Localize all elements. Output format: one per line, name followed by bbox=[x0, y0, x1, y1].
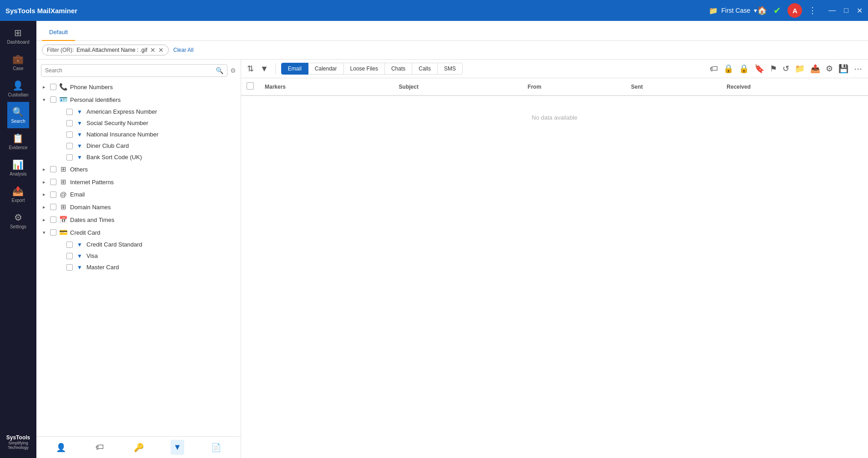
checkbox-personal-identifiers[interactable] bbox=[50, 96, 56, 103]
tree-item-american-express[interactable]: ▼ American Express Number bbox=[36, 106, 241, 117]
tag2-icon[interactable]: 🏷 bbox=[708, 63, 719, 75]
checkbox-cc-standard[interactable] bbox=[66, 242, 73, 248]
rt-filter-icon[interactable]: ▼ bbox=[259, 63, 270, 75]
tree-item-internet-patterns[interactable]: ▸ ⊞ Internet Patterns bbox=[36, 176, 241, 188]
minimize-button[interactable]: — bbox=[828, 6, 836, 15]
filter-chip: Filter (OR): Email.Attachment Name : .gi… bbox=[42, 45, 169, 55]
chip-close2-icon[interactable]: ✕ bbox=[158, 46, 164, 54]
view-tab-loose-files-tab[interactable]: Loose Files bbox=[344, 63, 385, 75]
tree-item-social-security[interactable]: ▼ Social Security Number bbox=[36, 117, 241, 129]
hierarchy-icon[interactable]: ⇅ bbox=[246, 62, 255, 75]
chip-close-icon[interactable]: ✕ bbox=[150, 46, 156, 54]
tree-item-dates-times[interactable]: ▸ 📅 Dates and Times bbox=[36, 213, 241, 226]
filter-icon-bank-sort: ▼ bbox=[76, 154, 84, 161]
tree-item-credit-card[interactable]: ▾ 💳 Credit Card bbox=[36, 226, 241, 239]
sidebar-item-custodian[interactable]: 👤Custodian bbox=[7, 75, 30, 102]
export-icon: 📤 bbox=[12, 186, 24, 196]
label-phone-numbers: Phone Numbers bbox=[70, 84, 236, 91]
tree-item-master-card[interactable]: ▼ Master Card bbox=[36, 262, 241, 273]
checkbox-social-security[interactable] bbox=[66, 120, 73, 126]
sidebar-item-analysis[interactable]: 📊Analysis bbox=[7, 155, 30, 181]
filter-icon-cc-standard: ▼ bbox=[76, 242, 84, 248]
tree-item-personal-identifiers[interactable]: ▾ 🪪 Personal Identifiers bbox=[36, 93, 241, 106]
sidebar-item-case[interactable]: 💼Case bbox=[7, 49, 30, 75]
tree-item-diner-club[interactable]: ▼ Diner Club Card bbox=[36, 140, 241, 151]
filter-active-icon[interactable]: ▼ bbox=[171, 440, 184, 455]
sidebar-item-export[interactable]: 📤Export bbox=[7, 181, 30, 207]
tree-arrow-internet-patterns: ▸ bbox=[41, 179, 47, 185]
tab-default[interactable]: Default bbox=[42, 24, 75, 41]
lock1-icon[interactable]: 🔒 bbox=[722, 62, 735, 75]
label-email: Email bbox=[70, 191, 236, 198]
sidebar-label-search: Search bbox=[11, 119, 25, 124]
flag-icon[interactable]: ⚑ bbox=[768, 62, 778, 75]
tag-icon[interactable]: 🏷 bbox=[93, 440, 106, 455]
view-tab-email-tab[interactable]: Email bbox=[281, 63, 308, 75]
checkbox-domain-names[interactable] bbox=[50, 204, 56, 210]
sidebar-item-search[interactable]: 🔍Search bbox=[7, 102, 30, 128]
more-icon[interactable]: ⋯ bbox=[853, 62, 863, 75]
case-name: First Case bbox=[722, 7, 751, 14]
filter-icon-master-card: ▼ bbox=[76, 264, 84, 271]
sidebar-item-settings[interactable]: ⚙Settings bbox=[7, 207, 30, 234]
checkbox-diner-club[interactable] bbox=[66, 143, 73, 149]
tree-item-domain-names[interactable]: ▸ ⊞ Domain Names bbox=[36, 201, 241, 213]
lock2-icon[interactable]: 🔒 bbox=[737, 62, 750, 75]
checkbox-american-express[interactable] bbox=[66, 109, 73, 115]
checkbox-visa[interactable] bbox=[66, 253, 73, 259]
checkbox-others[interactable] bbox=[50, 166, 56, 172]
checkbox-dates-times[interactable] bbox=[50, 216, 56, 223]
tree-item-bank-sort[interactable]: ▼ Bank Sort Code (UK) bbox=[36, 151, 241, 163]
view-tab-calls-tab[interactable]: Calls bbox=[412, 63, 438, 75]
checkbox-national-insurance[interactable] bbox=[66, 131, 73, 138]
label-others: Others bbox=[70, 166, 236, 173]
bookmark-icon[interactable]: 🔖 bbox=[753, 62, 766, 75]
maximize-button[interactable]: □ bbox=[844, 6, 848, 15]
settings2-icon[interactable]: ⚙ bbox=[824, 62, 834, 75]
tree-item-cc-standard[interactable]: ▼ Credit Card Standard bbox=[36, 239, 241, 250]
dropdown-arrow[interactable]: ▾ bbox=[754, 7, 757, 14]
tree-item-visa[interactable]: ▼ Visa bbox=[36, 250, 241, 262]
left-panel: 🔍 ⚙ ▸ 📞 Phone Numbers ▾ 🪪 Personal Ident… bbox=[36, 60, 241, 458]
checkbox-email[interactable] bbox=[50, 191, 56, 198]
doc-icon[interactable]: 📄 bbox=[208, 440, 224, 455]
checkbox-phone-numbers[interactable] bbox=[50, 84, 56, 90]
checkbox-credit-card[interactable] bbox=[50, 229, 56, 236]
search-input[interactable] bbox=[45, 67, 216, 74]
icon-phone-numbers: 📞 bbox=[59, 83, 67, 91]
dashboard-icon: ⊞ bbox=[14, 27, 22, 38]
view-tab-chats-tab[interactable]: Chats bbox=[385, 63, 412, 75]
checkbox-master-card[interactable] bbox=[66, 264, 73, 271]
tree-item-email[interactable]: ▸ @ Email bbox=[36, 188, 241, 201]
export2-icon[interactable]: 📤 bbox=[809, 62, 822, 75]
clear-all-button[interactable]: Clear All bbox=[173, 47, 194, 53]
home-icon[interactable]: 🏠 bbox=[757, 5, 767, 15]
tree-item-phone-numbers[interactable]: ▸ 📞 Phone Numbers bbox=[36, 81, 241, 93]
key-icon[interactable]: 🔑 bbox=[131, 440, 146, 455]
refresh-icon[interactable]: ↺ bbox=[781, 62, 791, 75]
tree-arrow-email: ▸ bbox=[41, 191, 47, 197]
close-button[interactable]: ✕ bbox=[857, 6, 863, 15]
tree-item-others[interactable]: ▸ ⊞ Others bbox=[36, 163, 241, 176]
sidebar-label-custodian: Custodian bbox=[8, 92, 28, 97]
case-icon: 💼 bbox=[12, 54, 24, 65]
sidebar-item-dashboard[interactable]: ⊞Dashboard bbox=[7, 23, 30, 49]
save-icon[interactable]: 💾 bbox=[837, 62, 850, 75]
kebab-menu-icon[interactable]: ⋮ bbox=[808, 5, 817, 15]
header-checkbox[interactable] bbox=[247, 82, 254, 90]
search-icon[interactable]: 🔍 bbox=[216, 67, 223, 74]
person-icon[interactable]: 👤 bbox=[53, 440, 69, 455]
search-settings-icon[interactable]: ⚙ bbox=[230, 67, 236, 74]
icon-dates-times: 📅 bbox=[59, 216, 67, 224]
right-toolbar: ⇅ ▼ EmailCalendarLoose FilesChatsCallsSM… bbox=[241, 60, 868, 78]
checkbox-internet-patterns[interactable] bbox=[50, 179, 56, 185]
avatar[interactable]: A bbox=[787, 3, 802, 18]
label-internet-patterns: Internet Patterns bbox=[70, 179, 236, 186]
tree-item-national-insurance[interactable]: ▼ National Insurance Number bbox=[36, 129, 241, 140]
folder2-icon[interactable]: 📁 bbox=[793, 62, 806, 75]
sidebar-item-evidence[interactable]: 📋Evidence bbox=[7, 128, 30, 155]
view-tab-calendar-tab[interactable]: Calendar bbox=[308, 63, 344, 75]
main-content: Default Filter (OR): Email.Attachment Na… bbox=[36, 21, 868, 458]
view-tab-sms-tab[interactable]: SMS bbox=[438, 63, 463, 75]
checkbox-bank-sort[interactable] bbox=[66, 154, 73, 161]
